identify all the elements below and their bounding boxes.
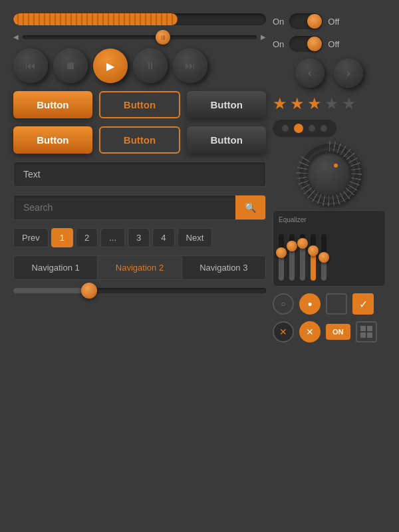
toggle-2[interactable] (289, 36, 323, 52)
page-next-button[interactable]: Next (178, 228, 213, 247)
equalizer-label: Equalizer (279, 216, 380, 223)
back-circle-button[interactable]: ✕ (299, 321, 321, 342)
close-icon: ✕ (279, 327, 287, 337)
nav-tab-1[interactable]: Navigation 1 (14, 256, 98, 279)
knob-indicator-dot (334, 164, 338, 168)
equalizer: Equalizer (273, 210, 386, 287)
star-5[interactable]: ★ (342, 94, 356, 113)
dot-2[interactable] (294, 124, 303, 133)
eq-track-5[interactable] (321, 234, 327, 281)
close-circle-button[interactable]: ✕ (273, 321, 294, 342)
button-row-1: Button Button Button (13, 91, 266, 118)
toggle-1-on-label: On (273, 17, 284, 27)
knob-container (273, 144, 386, 203)
page-3-button[interactable]: 3 (128, 228, 150, 247)
pagination: Prev 1 2 ... 3 4 Next (13, 228, 266, 247)
dot-3[interactable] (309, 125, 315, 132)
knob[interactable] (299, 144, 359, 203)
button-outline-orange-2[interactable]: Button (99, 126, 181, 154)
button-dark-2[interactable]: Button (187, 126, 266, 154)
eq-bar-3[interactable] (300, 227, 305, 281)
search-icon: 🔍 (245, 202, 256, 213)
text-input[interactable] (13, 162, 266, 187)
star-1[interactable]: ★ (273, 94, 287, 113)
eq-bar-2[interactable] (289, 227, 295, 281)
toggle-2-thumb (307, 37, 322, 51)
toggle-1-thumb (307, 14, 322, 29)
media-prev-button[interactable]: ⏮ (13, 49, 48, 83)
button-solid-orange-1[interactable]: Button (13, 91, 92, 118)
page-2-button[interactable]: 2 (76, 228, 98, 247)
star-3[interactable]: ★ (307, 94, 322, 113)
eq-track-1[interactable] (279, 234, 284, 281)
checkbox-checked[interactable]: ✓ (352, 293, 374, 315)
grid-cell-4 (367, 332, 372, 338)
slider-right-arrow: ▶ (261, 33, 266, 41)
knob-inner (307, 152, 351, 196)
button-outline-orange-1[interactable]: Button (99, 91, 181, 118)
nav-tab-2[interactable]: Navigation 2 (98, 256, 182, 279)
eq-track-3[interactable] (300, 234, 305, 281)
checkbox-empty[interactable] (326, 293, 347, 315)
eq-thumb-3[interactable] (297, 238, 308, 249)
bottom-slider-track[interactable] (13, 288, 266, 293)
media-controls: ⏮ ⏹ ▶ ⏸ ⏭ (13, 49, 266, 83)
slider-left-arrow: ◀ (13, 33, 19, 41)
grid-icon-button[interactable] (356, 321, 377, 342)
eq-fill-3 (300, 243, 305, 281)
button-dark-1[interactable]: Button (187, 91, 266, 118)
toggle-2-on-label: On (273, 39, 284, 49)
media-pause-button[interactable]: ⏸ (133, 49, 168, 83)
media-play-button[interactable]: ▶ (93, 49, 128, 83)
nav-tab-3[interactable]: Navigation 3 (182, 256, 265, 279)
eq-thumb-2[interactable] (287, 241, 297, 251)
navigation-tabs: Navigation 1 Navigation 2 Navigation 3 (13, 255, 266, 280)
prev-next-nav: ‹ › (273, 59, 386, 88)
bottom-slider-thumb[interactable] (81, 283, 97, 299)
media-stop-button[interactable]: ⏹ (53, 49, 88, 83)
page-1-button[interactable]: 1 (51, 228, 73, 247)
bottom-slider-fill (13, 288, 89, 293)
eq-track-4[interactable] (311, 234, 316, 281)
eq-bar-1[interactable] (279, 227, 284, 281)
radio-button-filled[interactable]: ● (299, 293, 321, 315)
eq-thumb-4[interactable] (308, 245, 319, 256)
bottom-controls-row-1: ○ ● ✓ (273, 293, 386, 315)
slider-thumb[interactable]: ||| (156, 30, 170, 45)
dot-4[interactable] (321, 125, 327, 132)
slider-row: ◀ ||| ▶ (13, 33, 266, 41)
eq-thumb-5[interactable] (319, 252, 329, 263)
slider-grip-icon: ||| (161, 34, 165, 40)
search-field: 🔍 (13, 195, 266, 220)
radio-button-empty[interactable]: ○ (273, 293, 294, 315)
search-button[interactable]: 🔍 (235, 196, 265, 219)
star-2[interactable]: ★ (290, 94, 305, 113)
eq-bar-4[interactable] (311, 227, 316, 281)
button-row-2: Button Button Button (13, 126, 266, 154)
toggle-1-off-label: Off (328, 17, 339, 27)
page-prev-button[interactable]: Prev (13, 228, 49, 247)
toggle-row-1: On Off (273, 13, 386, 29)
toggle-2-off-label: Off (328, 39, 339, 49)
on-badge[interactable]: ON (326, 324, 350, 340)
progress-bar-fill (13, 13, 178, 25)
slider-track[interactable]: ||| (23, 35, 257, 39)
page-4-button[interactable]: 4 (152, 228, 174, 247)
eq-bar-5[interactable] (321, 227, 327, 281)
search-input[interactable] (14, 196, 235, 219)
eq-track-2[interactable] (289, 234, 295, 281)
page-ellipsis: ... (100, 228, 125, 247)
dot-1[interactable] (282, 125, 289, 132)
toggle-1[interactable] (289, 13, 323, 29)
media-next-button[interactable]: ⏭ (173, 49, 207, 83)
nav-prev-circle[interactable]: ‹ (295, 59, 325, 88)
back-icon: ✕ (306, 327, 314, 337)
bottom-controls-row-2: ✕ ✕ ON (273, 321, 386, 342)
eq-thumb-1[interactable] (276, 247, 287, 258)
star-4[interactable]: ★ (325, 94, 339, 113)
button-solid-orange-2[interactable]: Button (13, 126, 92, 154)
equalizer-bars (279, 227, 380, 281)
nav-next-circle[interactable]: › (334, 59, 363, 88)
grid-cell-1 (360, 326, 366, 331)
progress-bar (13, 13, 266, 25)
